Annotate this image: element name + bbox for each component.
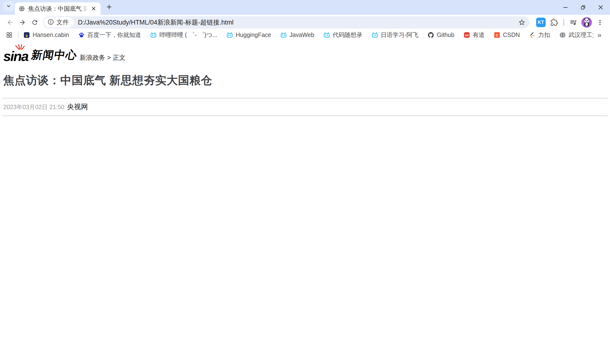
svg-text:yd: yd [465, 33, 468, 37]
bilibili-icon [323, 32, 330, 38]
bookmarks-bar: Hansen.cabin百度一下，你就知道哔哩哔哩 ( ゜- ゜)つ...Hug… [0, 30, 610, 41]
bookmark-item[interactable]: 力扣 [529, 31, 550, 39]
bookmarks-list: Hansen.cabin百度一下，你就知道哔哩哔哩 ( ゜- ゜)つ...Hug… [23, 31, 594, 39]
panda-avatar-icon [582, 17, 591, 28]
globe-icon [559, 32, 566, 38]
toolbar: 文件 D:/Java%20Study/HTML/04新浪新闻-标题-超链接.ht… [0, 15, 610, 30]
extension-kt-icon[interactable]: KT [536, 18, 546, 27]
bookmark-item[interactable]: 代码随想录 [323, 31, 363, 39]
article-headline: 焦点访谈：中国底气 新思想夯实大国粮仓 [0, 62, 610, 88]
tab-search-button[interactable] [3, 1, 14, 12]
bookmark-label: 有道 [473, 31, 485, 39]
browser-window: 焦点访谈：中国底气 新思想夯实大国粮仓 [0, 0, 610, 364]
tab-close-icon[interactable] [90, 5, 97, 12]
github-icon [428, 32, 434, 38]
divider-bottom [2, 116, 608, 116]
file-chip[interactable]: 文件 [44, 17, 74, 28]
bookmark-label: 哔哩哔哩 ( ゜- ゜)つ... [159, 31, 217, 39]
bookmark-star-icon[interactable] [517, 17, 527, 28]
chevron-down-icon [5, 3, 12, 10]
new-tab-button[interactable] [104, 2, 114, 13]
active-tab[interactable]: 焦点访谈：中国底气 新思想夯实大国粮仓 [15, 2, 101, 15]
url-text[interactable]: D:/Java%20Study/HTML/04新浪新闻-标题-超链接.html [78, 18, 517, 27]
bilibili-icon [372, 32, 378, 38]
bookmark-label: 武汉理工大学研究... [569, 31, 594, 39]
leetcode-icon [529, 32, 536, 38]
svg-text:C: C [496, 33, 498, 37]
bookmark-item[interactable]: 日语学习-阿飞 [372, 31, 418, 39]
extensions-puzzle-icon[interactable] [548, 17, 560, 28]
globe-favicon-icon [19, 5, 25, 12]
tab-strip: 焦点访谈：中国底气 新思想夯实大国粮仓 [0, 0, 610, 15]
bilibili-icon [226, 32, 233, 38]
bookmark-label: 代码随想录 [333, 31, 363, 39]
bookmark-item[interactable]: yd有道 [464, 31, 485, 39]
menu-kebab-icon[interactable] [594, 17, 606, 28]
source-name[interactable]: 央视网 [67, 102, 88, 112]
bookmark-item[interactable]: Hansen.cabin [23, 31, 69, 38]
file-chip-label: 文件 [56, 18, 69, 26]
apps-grid-icon[interactable] [5, 30, 14, 39]
bookmark-label: 日语学习-阿飞 [381, 31, 418, 39]
bookmark-label: CSDN [503, 31, 520, 38]
bookmarks-overflow-chevron[interactable]: » [594, 31, 605, 39]
baidu-icon [78, 32, 85, 38]
toolbar-separator [563, 19, 564, 26]
house-icon [23, 32, 30, 38]
sina-logo[interactable]: sina 新闻中心 [3, 48, 77, 62]
bookmark-item[interactable]: 哔哩哔哩 ( ゜- ゜)つ... [150, 31, 217, 39]
bookmark-label: Github [437, 31, 454, 38]
youdao-icon: yd [464, 32, 470, 38]
minimize-button[interactable] [562, 4, 569, 11]
site-header: sina 新闻中心 新浪政务 > 正文 [0, 46, 610, 62]
bookmark-item[interactable]: JavaWeb [280, 31, 314, 38]
news-center-logo-text: 新闻中心 [30, 48, 79, 62]
bookmark-item[interactable]: 武汉理工大学研究... [559, 31, 594, 39]
info-icon [47, 19, 54, 26]
breadcrumb[interactable]: 新浪政务 > 正文 [79, 53, 126, 62]
media-controls-icon[interactable] [568, 17, 579, 28]
publish-time: 2023年03月02日 21:50 [3, 103, 64, 111]
bilibili-icon [150, 32, 157, 38]
reload-button[interactable] [29, 16, 41, 29]
bookmark-item[interactable]: HuggingFace [226, 31, 271, 38]
bookmark-label: JavaWeb [289, 31, 314, 38]
forward-button[interactable] [16, 16, 29, 29]
profile-avatar[interactable] [581, 17, 592, 28]
bilibili-icon [280, 32, 287, 38]
bookmark-item[interactable]: CCSDN [494, 31, 520, 38]
page-content: sina 新闻中心 新浪政务 > 正文 焦点访谈：中国底气 新思想夯实大国粮仓 … [0, 41, 610, 364]
sina-eye-lashes-icon [14, 44, 25, 52]
bookmark-label: 百度一下，你就知道 [88, 31, 141, 39]
bookmarks-separator [18, 32, 19, 38]
csdn-icon: C [494, 32, 500, 38]
bookmark-label: Hansen.cabin [33, 31, 69, 38]
plus-icon [106, 4, 113, 11]
close-window-button[interactable] [597, 4, 604, 11]
bookmark-item[interactable]: 百度一下，你就知道 [78, 31, 141, 39]
bookmark-label: HuggingFace [236, 31, 271, 38]
article-meta: 2023年03月02日 21:50 央视网 [0, 98, 610, 116]
window-controls [562, 0, 604, 15]
bookmark-label: 力扣 [538, 31, 550, 39]
address-bar[interactable]: 文件 D:/Java%20Study/HTML/04新浪新闻-标题-超链接.ht… [43, 16, 530, 29]
bookmark-item[interactable]: Github [428, 31, 454, 38]
restore-button[interactable] [580, 4, 587, 11]
tab-title: 焦点访谈：中国底气 新思想夯实大国粮仓 [28, 5, 88, 13]
back-button[interactable] [4, 16, 16, 29]
